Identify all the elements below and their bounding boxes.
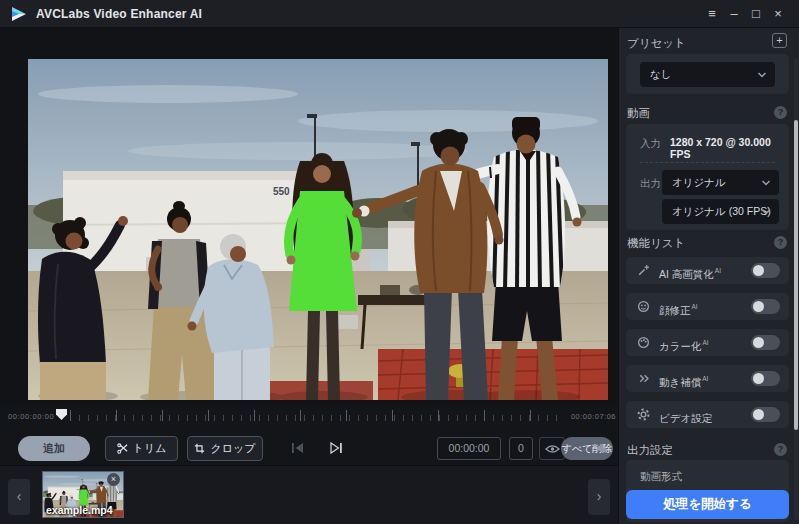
sidebar: プリセット + なし 動画 ? 入力 1280 x 720 @ 30.000 F…	[618, 28, 799, 524]
face-restore-toggle[interactable]	[751, 299, 780, 314]
toggle-knob	[753, 301, 764, 312]
feature-label: 動き補償AI	[659, 365, 708, 396]
time-field[interactable]: 00:00:00	[437, 437, 501, 460]
skip-forward-button[interactable]	[329, 442, 343, 454]
chevron-down-icon	[757, 71, 767, 79]
colorize-toggle[interactable]	[751, 335, 780, 350]
feature-label-text: ビデオ設定	[659, 412, 712, 424]
video-thumbnail[interactable]: example.mp4 ×	[42, 471, 124, 518]
feature-row-face: 顔修正AI	[626, 293, 789, 320]
toolbar: 追加 トリム クロップ	[0, 433, 618, 465]
chevron-down-icon	[761, 208, 771, 216]
left-pane: 00:00:00:00 00:00:07:06 追加 トリム	[0, 28, 618, 524]
titlebar: AVCLabs Video Enhancer AI ≡ – □ ×	[0, 0, 799, 28]
filmstrip-prev-button[interactable]: ‹	[8, 479, 30, 515]
features-help-icon[interactable]: ?	[774, 236, 787, 249]
menu-button[interactable]: ≡	[701, 0, 723, 28]
crop-button-label: クロップ	[210, 441, 255, 456]
add-button[interactable]: 追加	[18, 436, 90, 461]
feature-label-text: 顔修正	[659, 304, 691, 316]
video-settings-toggle[interactable]	[751, 407, 780, 422]
thumbnail-close-button[interactable]: ×	[107, 473, 120, 486]
video-format-label: 動画形式	[640, 470, 682, 484]
toggle-knob	[753, 265, 764, 276]
minimize-button[interactable]: –	[723, 0, 745, 28]
output-label: 出力	[640, 177, 661, 191]
trim-button-label: トリム	[133, 441, 167, 456]
feature-label: AI 高画質化AI	[659, 257, 721, 288]
magic-wand-icon	[637, 264, 650, 277]
motion-icon	[637, 372, 650, 385]
input-label: 入力	[640, 137, 661, 151]
palette-icon	[637, 336, 650, 349]
face-icon	[637, 300, 650, 313]
timeline-ruler[interactable]	[70, 410, 560, 421]
preset-panel: なし	[626, 54, 789, 94]
frame-field[interactable]: 0	[509, 437, 533, 460]
divider	[640, 162, 775, 163]
file-name: example.mp4	[46, 504, 113, 516]
feature-label: カラー化AI	[659, 329, 709, 360]
toggle-knob	[753, 337, 764, 348]
toggle-knob	[753, 373, 764, 384]
feature-ai-sup: AI	[692, 303, 698, 310]
feature-label-text: カラー化	[659, 340, 702, 352]
playhead[interactable]	[55, 408, 68, 421]
toggle-knob	[753, 409, 764, 420]
feature-label: 顔修正AI	[659, 293, 698, 324]
video-info-panel: 入力 1280 x 720 @ 30.000 FPS 出力 オリジナル (128…	[626, 124, 789, 230]
feature-row-enhance: AI 高画質化AI	[626, 257, 789, 284]
chevron-down-icon	[761, 179, 771, 187]
enhance-toggle[interactable]	[751, 263, 780, 278]
feature-row-video-settings: ビデオ設定	[626, 401, 789, 428]
timeline-duration: 00:00:07:06	[571, 412, 616, 421]
close-button[interactable]: ×	[767, 0, 789, 28]
feature-label-text: 動き補償	[659, 376, 701, 388]
add-button-label: 追加	[43, 441, 65, 456]
app-title: AVCLabs Video Enhancer AI	[36, 0, 202, 28]
preset-select[interactable]: なし	[640, 62, 775, 87]
app-logo-icon	[10, 5, 28, 23]
video-preview-area	[0, 28, 618, 405]
scissors-icon	[117, 443, 128, 454]
motion-compensation-toggle[interactable]	[751, 371, 780, 386]
filmstrip-next-button[interactable]: ›	[588, 479, 610, 515]
feature-row-motion: 動き補償AI	[626, 365, 789, 392]
feature-row-colorize: カラー化AI	[626, 329, 789, 356]
feature-ai-sup: AI	[702, 375, 708, 382]
output-settings-label: 出力設定	[627, 443, 673, 458]
video-section-label: 動画	[627, 106, 650, 121]
delete-all-button[interactable]: すべて削除	[561, 437, 613, 460]
feature-ai-sup: AI	[703, 339, 709, 346]
output-fps-select[interactable]: オリジナル (30 FPS)	[662, 199, 779, 224]
timeline: 00:00:00:00 00:00:07:06	[0, 405, 618, 433]
skip-back-button[interactable]	[291, 442, 305, 454]
feature-ai-sup: AI	[715, 267, 721, 274]
gear-icon	[637, 408, 650, 421]
fps-value: オリジナル (30 FPS)	[672, 205, 771, 217]
feature-label: ビデオ設定	[659, 401, 713, 432]
start-processing-button[interactable]: 処理を開始する	[626, 490, 789, 519]
features-section-label: 機能リスト	[627, 236, 685, 251]
video-help-icon[interactable]: ?	[774, 106, 787, 119]
sidebar-scrollbar[interactable]	[794, 120, 798, 430]
trim-button[interactable]: トリム	[105, 436, 178, 461]
crop-button[interactable]: クロップ	[187, 436, 263, 461]
feature-label-text: AI 高画質化	[659, 268, 714, 280]
input-value: 1280 x 720 @ 30.000 FPS	[670, 136, 789, 160]
app-window: AVCLabs Video Enhancer AI ≡ – □ × 00:00:…	[0, 0, 799, 524]
output-resolution-select[interactable]: オリジナル (1280X720)	[662, 170, 779, 195]
preset-value: なし	[650, 68, 672, 80]
crop-icon	[194, 443, 205, 454]
maximize-button[interactable]: □	[745, 0, 767, 28]
eye-icon	[545, 444, 560, 454]
preset-section-label: プリセット	[627, 36, 686, 51]
add-preset-button[interactable]: +	[772, 33, 787, 48]
video-frame	[28, 59, 608, 400]
output-help-icon[interactable]: ?	[774, 443, 787, 456]
timeline-elapsed: 00:00:00:00	[8, 412, 54, 421]
filmstrip: ‹ example.mp4 × ›	[0, 465, 618, 524]
